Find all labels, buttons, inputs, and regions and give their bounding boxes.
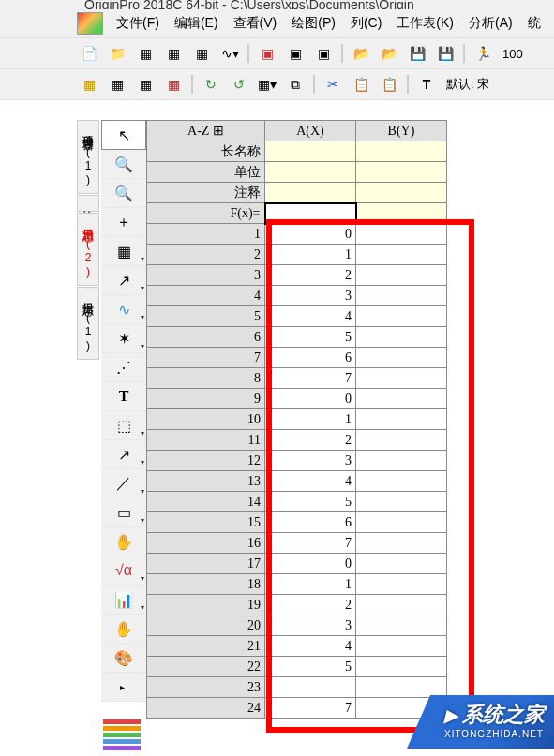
cell-b[interactable]	[356, 574, 447, 595]
row-index[interactable]: 2	[147, 245, 265, 265]
cell-a[interactable]: 3	[265, 286, 356, 306]
row-index[interactable]: 14	[147, 492, 265, 512]
menu-plot[interactable]: 绘图(P)	[284, 11, 343, 36]
menu-edit[interactable]: 编辑(E)	[167, 11, 226, 36]
col-header-a[interactable]: A(X)	[265, 121, 356, 141]
swatch-green[interactable]	[103, 733, 141, 737]
col-header-b[interactable]: B(Y)	[356, 121, 447, 141]
row-index[interactable]: 22	[147, 657, 265, 677]
swatch-red[interactable]	[103, 719, 141, 724]
row-index[interactable]: 18	[147, 574, 265, 595]
cell-b[interactable]	[356, 348, 447, 368]
new-workbook-icon[interactable]: ▦	[133, 41, 157, 66]
row-index[interactable]: 12	[147, 451, 265, 471]
cell-a[interactable]: 5	[265, 327, 356, 348]
cell-a[interactable]: 6	[265, 512, 356, 533]
cell-a[interactable]: 5	[265, 657, 356, 677]
stack-icon[interactable]: ⧉	[283, 72, 307, 96]
expand-icon[interactable]: ▸	[101, 673, 146, 702]
template-icon[interactable]: ▣	[255, 41, 279, 66]
sort-desc-icon[interactable]: ↺	[227, 72, 251, 96]
row-index[interactable]: 21	[147, 636, 265, 657]
ws-tool-2-icon[interactable]: ▦	[133, 72, 157, 96]
row-index[interactable]: 3	[147, 265, 265, 286]
row-index[interactable]: 20	[147, 615, 265, 636]
cell-b[interactable]	[356, 533, 447, 554]
menu-stats[interactable]: 统	[520, 11, 548, 36]
swatch-orange[interactable]	[103, 726, 141, 731]
cell-a[interactable]: 1	[265, 574, 356, 595]
dots-tool-icon[interactable]: ⋰	[101, 353, 146, 382]
pointer-tool-icon[interactable]: ↖	[101, 120, 146, 150]
swatch-blue[interactable]	[103, 739, 141, 744]
row-index[interactable]: 16	[147, 533, 265, 554]
row-index[interactable]: 24	[147, 698, 265, 719]
cell-a[interactable]: 2	[265, 430, 356, 451]
copy-icon[interactable]: 📋	[349, 72, 373, 96]
row-index[interactable]: 17	[147, 554, 265, 574]
grid-tool-icon[interactable]: ▦▾	[101, 237, 146, 266]
tab-hint-log[interactable]: 提示日志 (1)	[77, 287, 99, 360]
cell-b[interactable]	[356, 327, 447, 348]
rect-tool-icon[interactable]: ▭▾	[101, 498, 146, 527]
star-tool-icon[interactable]: ✶▾	[101, 324, 146, 353]
menu-view[interactable]: 查看(V)	[226, 11, 285, 36]
cell-b[interactable]	[356, 554, 447, 574]
cell-b[interactable]	[356, 245, 447, 265]
cell-b[interactable]	[356, 677, 447, 698]
ws-tool-3-icon[interactable]: ▦	[161, 72, 186, 96]
zoom-region-icon[interactable]: 🔍	[101, 179, 146, 208]
scatter-tool-icon[interactable]: ∿▾	[101, 295, 146, 324]
cell-a[interactable]: 2	[265, 595, 356, 615]
cut-icon[interactable]: ✂	[321, 72, 345, 96]
cell-a[interactable]: 7	[265, 698, 356, 719]
swatch-purple[interactable]	[103, 746, 141, 750]
row-index[interactable]: 1	[147, 224, 265, 245]
menu-analysis[interactable]: 分析(A)	[461, 11, 520, 36]
line-draw-icon[interactable]: ／▾	[101, 469, 146, 498]
row-index[interactable]: 8	[147, 368, 265, 389]
longname-a[interactable]	[265, 141, 356, 162]
cell-b[interactable]	[356, 471, 447, 492]
template-3-icon[interactable]: ▣	[311, 41, 336, 66]
row-index[interactable]: 19	[147, 595, 265, 615]
add-column-icon[interactable]: ▦▾	[255, 72, 279, 96]
open-icon[interactable]: 📂	[349, 41, 373, 66]
import-wizard-icon[interactable]: ▦	[77, 72, 101, 96]
zoom-level[interactable]: 100	[499, 45, 527, 63]
palette-icon[interactable]: 🎨	[101, 644, 146, 673]
cell-a[interactable]: 7	[265, 368, 356, 389]
cell-a[interactable]: 4	[265, 471, 356, 492]
cell-a[interactable]: 0	[265, 554, 356, 574]
row-index[interactable]: 15	[147, 512, 265, 533]
cell-a[interactable]: 1	[265, 245, 356, 265]
cell-b[interactable]	[356, 636, 447, 657]
color-swatches[interactable]	[103, 719, 141, 750]
corner-cell[interactable]: A-Z ⊞	[147, 121, 265, 141]
cell-a[interactable]	[265, 677, 356, 698]
cell-a[interactable]: 3	[265, 451, 356, 471]
cell-b[interactable]	[356, 409, 447, 430]
cell-a[interactable]: 1	[265, 409, 356, 430]
row-index[interactable]: 9	[147, 389, 265, 409]
font-tool-icon[interactable]: T	[414, 72, 439, 96]
cell-a[interactable]: 7	[265, 533, 356, 554]
cell-b[interactable]	[356, 306, 447, 327]
cell-b[interactable]	[356, 451, 447, 471]
menu-worksheet[interactable]: 工作表(K)	[389, 11, 461, 36]
template-2-icon[interactable]: ▣	[283, 41, 307, 66]
cell-b[interactable]	[356, 265, 447, 286]
cell-a[interactable]: 3	[265, 615, 356, 636]
crosshair-icon[interactable]: ＋	[101, 208, 146, 237]
cell-b[interactable]	[356, 698, 447, 719]
save-icon[interactable]: 💾	[405, 41, 429, 66]
row-index[interactable]: 10	[147, 409, 265, 430]
cell-b[interactable]	[356, 286, 447, 306]
hand-2-icon[interactable]: ✋	[101, 615, 146, 644]
cell-b[interactable]	[356, 615, 447, 636]
run-icon[interactable]: 🏃	[471, 41, 495, 66]
cell-a[interactable]: 0	[265, 389, 356, 409]
cell-b[interactable]	[356, 389, 447, 409]
cell-a[interactable]: 0	[265, 224, 356, 245]
fx-b[interactable]	[356, 203, 447, 224]
